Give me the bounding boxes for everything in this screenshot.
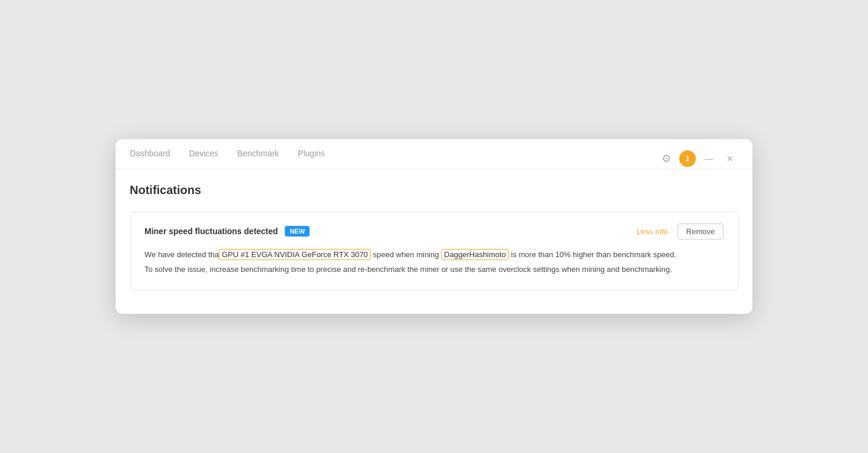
app-window: Dashboard Devices Benchmark Plugins ⚙ 1 …	[116, 139, 752, 314]
notification-button[interactable]: 1	[679, 150, 696, 167]
minimize-button[interactable]: —	[701, 150, 717, 167]
notification-title: Miner speed fluctuations detected	[144, 226, 278, 236]
notification-actions: Less Info Remove	[637, 224, 724, 239]
line1-suffix: is more than 10% higher than benchmark s…	[509, 250, 676, 259]
algo-highlight: DaggerHashimoto	[441, 249, 509, 260]
tab-devices[interactable]: Devices	[189, 149, 219, 169]
titlebar: Dashboard Devices Benchmark Plugins ⚙ 1 …	[116, 139, 752, 169]
close-icon: ✕	[726, 154, 734, 163]
less-info-button[interactable]: Less Info	[637, 227, 668, 236]
notification-card: Miner speed fluctuations detected NEW Le…	[130, 211, 738, 291]
tab-dashboard[interactable]: Dashboard	[130, 149, 170, 169]
minimize-icon: —	[705, 154, 713, 163]
notification-line2: To solve the issue, increase benchmarkin…	[144, 264, 724, 276]
notification-title-group: Miner speed fluctuations detected NEW	[144, 226, 310, 237]
page-title: Notifications	[130, 183, 738, 197]
nav-tabs: Dashboard Devices Benchmark Plugins	[130, 149, 325, 169]
notification-count: 1	[686, 155, 690, 163]
notification-header: Miner speed fluctuations detected NEW Le…	[144, 224, 724, 239]
gear-icon: ⚙	[662, 152, 671, 165]
main-content: Notifications Miner speed fluctuations d…	[116, 183, 752, 314]
settings-button[interactable]: ⚙	[658, 150, 675, 167]
line1-middle: speed when mining	[371, 250, 441, 259]
tab-benchmark[interactable]: Benchmark	[237, 149, 279, 169]
notification-line1: We have detected thaGPU #1 EVGA NVIDIA G…	[144, 249, 724, 261]
tab-plugins[interactable]: Plugins	[298, 149, 325, 169]
remove-button[interactable]: Remove	[678, 224, 724, 239]
titlebar-controls: ⚙ 1 — ✕	[658, 150, 738, 167]
line1-prefix: We have detected tha	[144, 250, 219, 259]
header-divider	[116, 169, 752, 169]
notification-body: We have detected thaGPU #1 EVGA NVIDIA G…	[144, 249, 724, 276]
close-button[interactable]: ✕	[722, 150, 738, 167]
new-badge: NEW	[285, 226, 310, 237]
gpu-highlight: GPU #1 EVGA NVIDIA GeForce RTX 3070	[219, 249, 371, 260]
